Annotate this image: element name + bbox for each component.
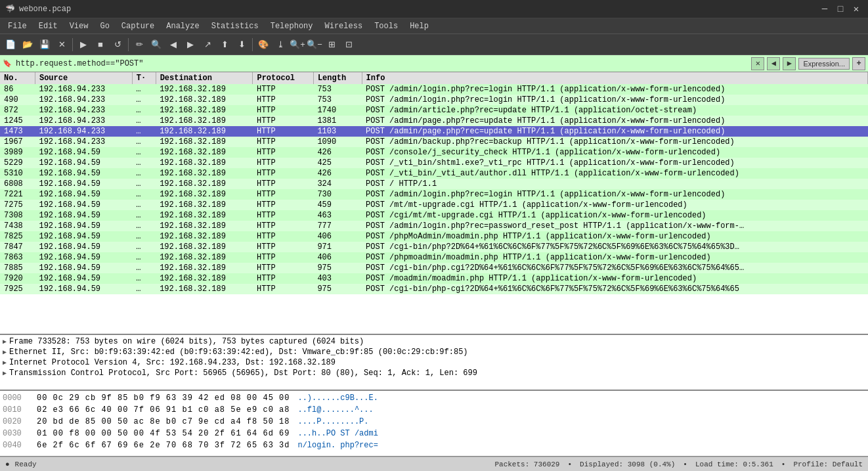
col-header-td[interactable]: T· bbox=[132, 72, 156, 84]
menu-edit[interactable]: Edit bbox=[33, 19, 63, 34]
table-row[interactable]: 1967192.168.94.233…192.168.32.189HTTP109… bbox=[0, 137, 868, 147]
detail-text: Frame 733528: 753 bytes on wire (6024 bi… bbox=[9, 337, 364, 346]
toolbar-zoom-out[interactable]: 🔍− bbox=[307, 37, 322, 53]
menu-view[interactable]: View bbox=[64, 19, 94, 34]
destination-cell: 192.168.32.189 bbox=[156, 168, 253, 179]
table-row[interactable]: 7925192.168.94.59…192.168.32.189HTTP975P… bbox=[0, 284, 868, 294]
table-row[interactable]: 7825192.168.94.59…192.168.32.189HTTP406P… bbox=[0, 231, 868, 242]
info-cell: POST /admin/login.php?rec=password_reset… bbox=[362, 221, 867, 231]
table-header-row: No. Source T· Destination Protocol Lengt… bbox=[0, 72, 868, 84]
hex-bytes: 6e 2f 6c 6f 67 69 6e 2e 70 68 70 3f 72 6… bbox=[37, 439, 290, 451]
time-delta-cell: … bbox=[132, 231, 156, 242]
toolbar-save[interactable]: 💾 bbox=[37, 37, 53, 53]
hex-row: 001002 e3 66 6c 40 00 7f 06 91 b1 c0 a8 … bbox=[3, 404, 865, 416]
toolbar-edit[interactable]: ✏ bbox=[131, 37, 147, 53]
toolbar-colorize[interactable]: 🎨 bbox=[255, 37, 271, 53]
info-cell: POST /_vti_bin/shtml.exe?_vti_rpc HTTP/1… bbox=[362, 158, 867, 168]
destination-cell: 192.168.32.189 bbox=[156, 105, 253, 116]
filter-next-button[interactable]: ▶ bbox=[783, 57, 796, 70]
info-cell: POST /console/j_security_check HTTP/1.1 … bbox=[362, 147, 867, 158]
menu-tools[interactable]: Tools bbox=[369, 19, 403, 34]
col-header-no[interactable]: No. bbox=[0, 72, 35, 84]
time-delta-cell: … bbox=[132, 168, 156, 179]
no-cell: 3989 bbox=[0, 147, 35, 158]
col-header-destination[interactable]: Destination bbox=[156, 72, 253, 84]
col-header-source[interactable]: Source bbox=[35, 72, 132, 84]
hex-offset: 0040 bbox=[3, 439, 29, 451]
toolbar-back[interactable]: ◀ bbox=[165, 37, 181, 53]
menu-help[interactable]: Help bbox=[404, 19, 434, 34]
source-cell: 192.168.94.59 bbox=[35, 210, 132, 221]
length-cell: 971 bbox=[313, 242, 362, 252]
filter-prev-button[interactable]: ◀ bbox=[767, 57, 780, 70]
toolbar-autoscroll[interactable]: ⤓ bbox=[272, 37, 288, 53]
table-row[interactable]: 7275192.168.94.59…192.168.32.189HTTP459P… bbox=[0, 200, 868, 210]
table-row[interactable]: 5310192.168.94.59…192.168.32.189HTTP426P… bbox=[0, 168, 868, 179]
menu-telephony[interactable]: Telephony bbox=[265, 19, 318, 34]
toolbar-close[interactable]: ✕ bbox=[54, 37, 70, 53]
protocol-cell: HTTP bbox=[253, 95, 313, 105]
table-row[interactable]: 7863192.168.94.59…192.168.32.189HTTP406P… bbox=[0, 252, 868, 263]
toolbar-find[interactable]: 🔍 bbox=[148, 37, 164, 53]
toolbar-new[interactable]: 📄 bbox=[3, 37, 18, 53]
menu-capture[interactable]: Capture bbox=[116, 19, 160, 34]
filter-clear-button[interactable]: ✕ bbox=[751, 57, 764, 70]
table-row[interactable]: 7885192.168.94.59…192.168.32.189HTTP975P… bbox=[0, 263, 868, 273]
toolbar-resize[interactable]: ⊡ bbox=[341, 37, 357, 53]
detail-row[interactable]: ▶Internet Protocol Version 4, Src: 192.1… bbox=[3, 357, 865, 368]
toolbar-stop[interactable]: ■ bbox=[93, 37, 108, 53]
destination-cell: 192.168.32.189 bbox=[156, 95, 253, 105]
menu-wireless[interactable]: Wireless bbox=[320, 19, 368, 34]
detail-row[interactable]: ▶Frame 733528: 753 bytes on wire (6024 b… bbox=[3, 336, 865, 347]
hex-ascii: ..)......c9B...E. bbox=[297, 392, 378, 404]
minimize-button[interactable]: ─ bbox=[818, 3, 831, 16]
toolbar-restart[interactable]: ↺ bbox=[110, 37, 125, 53]
toolbar-start[interactable]: ▶ bbox=[76, 37, 91, 53]
detail-text: Ethernet II, Src: b0:f9:63:39:42:ed (b0:… bbox=[9, 348, 468, 357]
menu-file[interactable]: File bbox=[3, 19, 32, 34]
toolbar-zoom-normal[interactable]: ⊞ bbox=[324, 37, 339, 53]
close-button[interactable]: ✕ bbox=[850, 3, 863, 16]
toolbar-zoom-in[interactable]: 🔍+ bbox=[290, 37, 305, 53]
menu-statistics[interactable]: Statistics bbox=[206, 19, 264, 34]
table-row[interactable]: 7438192.168.94.59…192.168.32.189HTTP777P… bbox=[0, 221, 868, 231]
protocol-cell: HTTP bbox=[253, 200, 313, 210]
table-row[interactable]: 490192.168.94.233…192.168.32.189HTTP753P… bbox=[0, 95, 868, 105]
detail-text: Transmission Control Protocol, Src Port:… bbox=[9, 369, 477, 378]
menu-analyze[interactable]: Analyze bbox=[161, 19, 204, 34]
filter-input[interactable]: http.request.method=="POST" bbox=[16, 59, 749, 68]
col-header-length[interactable]: Length bbox=[313, 72, 362, 84]
table-row[interactable]: 1473192.168.94.233…192.168.32.189HTTP110… bbox=[0, 126, 868, 137]
menu-go[interactable]: Go bbox=[95, 19, 114, 34]
table-row[interactable]: 7847192.168.94.59…192.168.32.189HTTP971P… bbox=[0, 242, 868, 252]
table-row[interactable]: 6808192.168.94.59…192.168.32.189HTTP324P… bbox=[0, 179, 868, 189]
col-header-protocol[interactable]: Protocol bbox=[253, 72, 313, 84]
table-row[interactable]: 86192.168.94.233…192.168.32.189HTTP753PO… bbox=[0, 84, 868, 95]
toolbar-sep-1 bbox=[72, 38, 73, 51]
toolbar-next[interactable]: ⬇ bbox=[234, 37, 250, 53]
destination-cell: 192.168.32.189 bbox=[156, 284, 253, 294]
toolbar-forward[interactable]: ▶ bbox=[183, 37, 198, 53]
add-filter-button[interactable]: + bbox=[852, 57, 865, 70]
toolbar-open[interactable]: 📂 bbox=[20, 37, 35, 53]
col-header-info[interactable]: Info bbox=[362, 72, 867, 84]
table-row[interactable]: 3989192.168.94.59…192.168.32.189HTTP426P… bbox=[0, 147, 868, 158]
no-cell: 7920 bbox=[0, 273, 35, 284]
table-row[interactable]: 1245192.168.94.233…192.168.32.189HTTP138… bbox=[0, 116, 868, 126]
table-row[interactable]: 7308192.168.94.59…192.168.32.189HTTP463P… bbox=[0, 210, 868, 221]
table-row[interactable]: 872192.168.94.233…192.168.32.189HTTP1740… bbox=[0, 105, 868, 116]
maximize-button[interactable]: □ bbox=[834, 3, 847, 16]
toolbar-goto[interactable]: ↗ bbox=[200, 37, 215, 53]
table-row[interactable]: 7920192.168.94.59…192.168.32.189HTTP403P… bbox=[0, 273, 868, 284]
source-cell: 192.168.94.233 bbox=[35, 84, 132, 95]
destination-cell: 192.168.32.189 bbox=[156, 189, 253, 200]
table-row[interactable]: 5229192.168.94.59…192.168.32.189HTTP425P… bbox=[0, 158, 868, 168]
protocol-cell: HTTP bbox=[253, 105, 313, 116]
expression-button[interactable]: Expression... bbox=[798, 58, 850, 70]
detail-row[interactable]: ▶Ethernet II, Src: b0:f9:63:39:42:ed (b0… bbox=[3, 347, 865, 357]
toolbar-prev[interactable]: ⬆ bbox=[217, 37, 232, 53]
detail-row[interactable]: ▶Transmission Control Protocol, Src Port… bbox=[3, 368, 865, 378]
source-cell: 192.168.94.233 bbox=[35, 105, 132, 116]
table-row[interactable]: 7221192.168.94.59…192.168.32.189HTTP730P… bbox=[0, 189, 868, 200]
source-cell: 192.168.94.233 bbox=[35, 116, 132, 126]
